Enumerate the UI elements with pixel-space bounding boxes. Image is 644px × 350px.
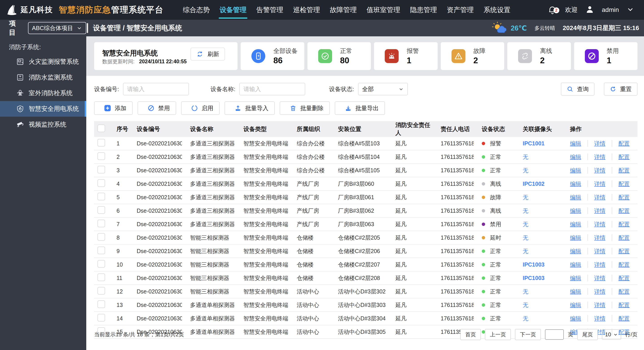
nav-item-告警管理[interactable]: 告警管理: [256, 6, 283, 15]
sidebar-item-消防水监测系统[interactable]: 消防水监测系统: [0, 70, 86, 85]
device-status-select[interactable]: 全部: [358, 83, 408, 95]
camera-link[interactable]: 无: [523, 234, 528, 241]
action-button-禁用[interactable]: 禁用: [138, 101, 176, 115]
sidebar-item-智慧安全用电系统[interactable]: 智慧安全用电系统: [0, 101, 86, 117]
op-link-编辑[interactable]: 编辑: [570, 315, 581, 322]
row-checkbox[interactable]: [98, 193, 105, 200]
row-checkbox[interactable]: [98, 233, 105, 241]
sidebar-item-火灾监测报警系统[interactable]: 火灾监测报警系统: [0, 54, 86, 70]
op-link-编辑[interactable]: 编辑: [570, 288, 581, 295]
op-link-编辑[interactable]: 编辑: [570, 180, 581, 188]
nav-item-巡检管理[interactable]: 巡检管理: [293, 6, 320, 15]
op-link-编辑[interactable]: 编辑: [570, 167, 581, 174]
op-link-配置[interactable]: 配置: [618, 180, 630, 188]
refresh-button[interactable]: 刷新: [190, 48, 225, 61]
reset-button[interactable]: 重置: [604, 83, 638, 96]
row-checkbox[interactable]: [98, 287, 105, 295]
op-link-配置[interactable]: 配置: [618, 274, 630, 282]
camera-link[interactable]: 无: [523, 315, 528, 321]
row-checkbox[interactable]: [98, 152, 105, 160]
camera-link[interactable]: IPC1003: [523, 275, 544, 281]
op-link-详情[interactable]: 详情: [594, 247, 606, 255]
row-checkbox[interactable]: [98, 300, 105, 308]
camera-link[interactable]: 无: [523, 221, 528, 227]
camera-link[interactable]: IPC1001: [523, 140, 544, 146]
device-code-input[interactable]: [123, 83, 189, 95]
action-button-批量导出[interactable]: 批量导出: [335, 101, 385, 115]
op-link-配置[interactable]: 配置: [618, 221, 630, 228]
op-link-配置[interactable]: 配置: [618, 140, 630, 147]
op-link-编辑[interactable]: 编辑: [570, 194, 581, 201]
page-jump-input[interactable]: [545, 329, 564, 340]
op-link-配置[interactable]: 配置: [618, 234, 630, 241]
op-link-编辑[interactable]: 编辑: [570, 221, 581, 228]
nav-item-资产管理[interactable]: 资产管理: [447, 6, 474, 15]
project-select[interactable]: ABC综合体项目: [28, 22, 86, 34]
op-link-详情[interactable]: 详情: [594, 153, 606, 161]
first-page-button[interactable]: 首页: [460, 329, 481, 340]
op-link-详情[interactable]: 详情: [594, 180, 606, 188]
row-checkbox[interactable]: [98, 247, 105, 254]
op-link-编辑[interactable]: 编辑: [570, 301, 581, 309]
op-link-详情[interactable]: 详情: [594, 234, 606, 241]
nav-item-设备管理[interactable]: 设备管理: [220, 6, 246, 15]
op-link-详情[interactable]: 详情: [594, 221, 606, 228]
action-button-启用[interactable]: 启用: [181, 101, 220, 115]
nav-item-系统设置[interactable]: 系统设置: [484, 6, 510, 15]
op-link-配置[interactable]: 配置: [618, 247, 630, 255]
camera-link[interactable]: 无: [523, 302, 528, 308]
op-link-配置[interactable]: 配置: [618, 301, 630, 309]
op-link-编辑[interactable]: 编辑: [570, 247, 581, 255]
nav-item-值班室管理[interactable]: 值班室管理: [366, 6, 400, 15]
row-checkbox[interactable]: [98, 273, 105, 281]
last-page-button[interactable]: 尾页: [577, 329, 598, 340]
row-checkbox[interactable]: [98, 260, 105, 268]
action-button-添加[interactable]: 添加: [94, 101, 133, 115]
nav-item-隐患管理[interactable]: 隐患管理: [410, 6, 437, 15]
op-link-编辑[interactable]: 编辑: [570, 140, 581, 147]
user-menu-chevron[interactable]: [626, 6, 634, 14]
camera-link[interactable]: 无: [523, 288, 528, 295]
row-checkbox[interactable]: [98, 314, 105, 321]
op-link-详情[interactable]: 详情: [594, 194, 606, 201]
op-link-配置[interactable]: 配置: [618, 167, 630, 174]
op-link-详情[interactable]: 详情: [594, 167, 606, 174]
camera-link[interactable]: IPC1003: [523, 261, 544, 268]
camera-link[interactable]: 无: [523, 194, 528, 200]
row-checkbox[interactable]: [98, 139, 105, 146]
op-link-详情[interactable]: 详情: [594, 288, 606, 295]
select-all-checkbox[interactable]: [98, 124, 105, 132]
nav-item-综合态势[interactable]: 综合态势: [183, 6, 210, 15]
action-button-批量导入[interactable]: 批量导入: [224, 101, 275, 115]
op-link-编辑[interactable]: 编辑: [570, 274, 581, 282]
op-link-详情[interactable]: 详情: [594, 274, 606, 282]
search-button[interactable]: 查询: [561, 83, 594, 96]
nav-item-故障管理[interactable]: 故障管理: [330, 6, 357, 15]
page-size-select[interactable]: 10: [602, 329, 621, 340]
next-page-button[interactable]: 下一页: [515, 329, 541, 340]
row-checkbox[interactable]: [98, 179, 105, 187]
op-link-配置[interactable]: 配置: [618, 315, 630, 322]
op-link-编辑[interactable]: 编辑: [570, 153, 581, 161]
op-link-配置[interactable]: 配置: [618, 261, 630, 268]
op-link-配置[interactable]: 配置: [618, 207, 630, 215]
op-link-编辑[interactable]: 编辑: [570, 261, 581, 268]
op-link-配置[interactable]: 配置: [618, 194, 630, 201]
op-link-详情[interactable]: 详情: [594, 261, 606, 268]
row-checkbox[interactable]: [98, 206, 105, 214]
op-link-配置[interactable]: 配置: [618, 288, 630, 295]
op-link-编辑[interactable]: 编辑: [570, 234, 581, 241]
device-name-input[interactable]: [239, 83, 305, 95]
action-button-批量删除[interactable]: 批量删除: [280, 101, 330, 115]
camera-link[interactable]: IPC1002: [523, 181, 544, 187]
camera-link[interactable]: 无: [523, 167, 528, 173]
op-link-详情[interactable]: 详情: [594, 315, 606, 322]
op-link-详情[interactable]: 详情: [594, 207, 606, 215]
sidebar-item-视频监控系统[interactable]: 视频监控系统: [0, 117, 86, 132]
prev-page-button[interactable]: 上一页: [485, 329, 511, 340]
row-checkbox[interactable]: [98, 220, 105, 227]
camera-link[interactable]: 无: [523, 154, 528, 160]
op-link-编辑[interactable]: 编辑: [570, 207, 581, 215]
op-link-详情[interactable]: 详情: [594, 301, 606, 309]
notification-bell[interactable]: 2: [548, 5, 558, 15]
